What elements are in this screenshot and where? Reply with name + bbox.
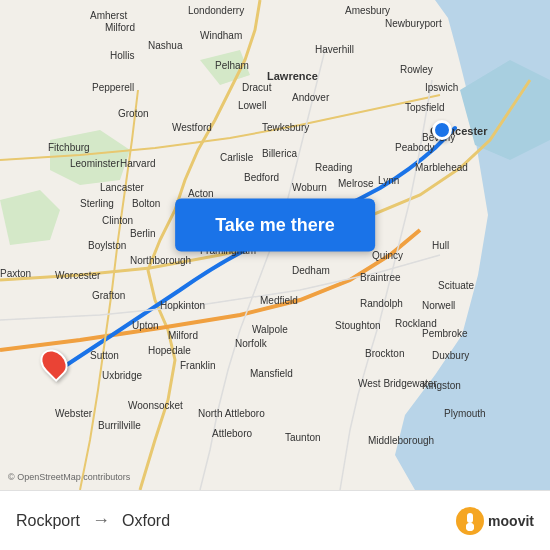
svg-point-2 <box>466 523 474 531</box>
svg-rect-3 <box>467 513 473 523</box>
bottom-bar: Rockport → Oxford moovit <box>0 490 550 550</box>
map-container: Lawrence Paxton Gloucester AmherstMilfor… <box>0 0 550 490</box>
map-attribution: © OpenStreetMap contributors <box>8 472 130 482</box>
route-info: Rockport → Oxford <box>16 510 456 531</box>
destination-marker <box>42 348 66 378</box>
moovit-icon <box>456 507 484 535</box>
route-arrow-icon: → <box>92 510 110 531</box>
moovit-text: moovit <box>488 513 534 529</box>
moovit-logo: moovit <box>456 507 534 535</box>
take-me-there-button[interactable]: Take me there <box>175 199 375 252</box>
route-from: Rockport <box>16 512 80 530</box>
route-to: Oxford <box>122 512 170 530</box>
origin-marker <box>432 120 452 140</box>
